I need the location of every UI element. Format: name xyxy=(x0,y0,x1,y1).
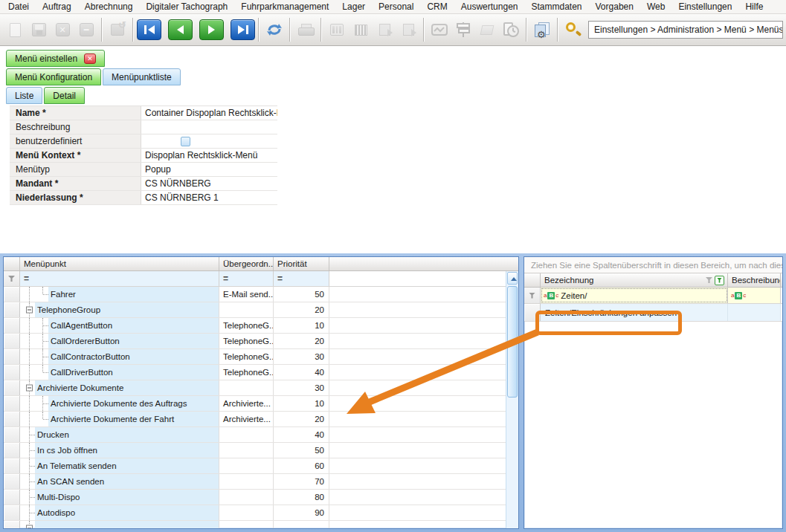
cell-uebergeordnet[interactable]: Archivierte... xyxy=(219,412,274,426)
column-header-bezeichnung[interactable]: Bezeichnung xyxy=(541,273,728,287)
tab-menue-konfiguration[interactable]: Menü Konfiguration xyxy=(6,68,101,85)
revert-image-button[interactable] xyxy=(106,18,129,42)
cell-menuepunkt[interactable]: CallAgentButton xyxy=(20,318,219,333)
menu-tree-row[interactable]: Autodispo 90 xyxy=(4,505,518,521)
active-filter-icon[interactable] xyxy=(715,276,724,285)
menu-tree-row[interactable]: Fahrer E-Mail send... 50 xyxy=(4,287,518,302)
delete-button[interactable]: ✕ xyxy=(51,18,74,42)
cell-menuepunkt[interactable]: Fahrer xyxy=(20,287,219,302)
send-document-button[interactable] xyxy=(373,18,396,42)
cell-uebergeordnet[interactable]: TelephoneG... xyxy=(219,334,274,348)
cell-prioritaet[interactable]: 30 xyxy=(274,380,329,395)
filter-cell-menuepunkt[interactable]: = xyxy=(20,271,219,286)
cell-menuepunkt[interactable]: In cs Job öffnen xyxy=(20,443,219,458)
column-header-menuepunkt[interactable]: Menüpunkt xyxy=(20,257,219,270)
menu-tree-row[interactable]: In cs Job öffnen 50 xyxy=(4,443,518,458)
cell-prioritaet[interactable]: 40 xyxy=(274,365,329,380)
menu-item[interactable]: Hilfe xyxy=(738,0,770,13)
cell-uebergeordnet[interactable]: TelephoneG... xyxy=(219,349,274,364)
cell-uebergeordnet[interactable]: E-Mail send... xyxy=(219,287,274,302)
menu-tree-row[interactable]: CallContractorButton TelephoneG... 30 xyxy=(4,349,518,365)
save-button[interactable] xyxy=(27,18,51,42)
filter-cell-uebergeordnet[interactable]: = xyxy=(219,271,274,286)
cell-uebergeordnet[interactable] xyxy=(219,490,274,505)
tree-collapse-icon[interactable] xyxy=(26,385,33,392)
cell-prioritaet[interactable]: 30 xyxy=(274,349,329,364)
cell-menuepunkt[interactable]: Archivierte Dokumente des Auftrags xyxy=(20,396,219,411)
cell-menuepunkt[interactable]: TelephoneGroup xyxy=(20,302,219,317)
column-header-uebergeordnet[interactable]: Übergeordn... xyxy=(219,257,274,270)
menu-item[interactable]: Auswertungen xyxy=(454,0,525,13)
cell-uebergeordnet[interactable] xyxy=(219,474,274,489)
time-log-button[interactable] xyxy=(499,18,523,42)
menu-tree-row[interactable]: An SCAN senden 70 xyxy=(4,474,518,490)
last-record-button[interactable] xyxy=(231,19,255,40)
cell-menuepunkt[interactable]: CallDriverButton xyxy=(20,365,219,380)
archive-binder-button[interactable] xyxy=(325,18,349,42)
cell-prioritaet[interactable]: 20 xyxy=(274,334,329,348)
form-field-value[interactable] xyxy=(141,120,277,134)
menu-tree-row[interactable]: An Telematik senden 60 xyxy=(4,458,518,474)
menu-item[interactable]: Fuhrparkmanagement xyxy=(234,0,335,13)
menu-tree-row[interactable]: TelephoneGroup 20 xyxy=(4,302,518,318)
cell-prioritaet[interactable]: 70 xyxy=(274,474,329,489)
cell-uebergeordnet[interactable]: TelephoneG... xyxy=(219,318,274,333)
cell-beschreibung[interactable] xyxy=(728,304,781,321)
cell-prioritaet[interactable]: 20 xyxy=(274,412,329,426)
cell-menuepunkt[interactable]: CallOrdererButton xyxy=(20,334,219,348)
menu-tree-row[interactable]: CallOrdererButton TelephoneG... 20 xyxy=(4,334,518,349)
menu-item[interactable]: Auftrag xyxy=(36,0,78,13)
cell-prioritaet[interactable]: 10 xyxy=(274,396,329,411)
form-field-value[interactable]: CS NÜRNBERG xyxy=(141,177,277,190)
cell-uebergeordnet[interactable] xyxy=(219,302,274,317)
menu-item[interactable]: Digitaler Tachograph xyxy=(139,0,234,13)
cell-menuepunkt[interactable]: An SCAN senden xyxy=(20,474,219,489)
menu-item[interactable]: Stammdaten xyxy=(524,0,588,13)
close-tab-icon[interactable]: ✕ xyxy=(84,53,96,64)
filter-cell-prioritaet[interactable]: = xyxy=(274,271,329,286)
cell-prioritaet[interactable]: 50 xyxy=(274,287,329,302)
cell-uebergeordnet[interactable] xyxy=(219,458,274,473)
filter-cell-bezeichnung[interactable]: aBc Zeiten/ xyxy=(541,288,728,303)
first-record-button[interactable] xyxy=(137,19,161,40)
menu-tree-row[interactable]: Multi-Dispo 80 xyxy=(4,490,518,505)
cell-uebergeordnet[interactable] xyxy=(219,443,274,458)
print-button[interactable] xyxy=(294,18,318,42)
next-record-button[interactable] xyxy=(199,19,224,40)
cell-uebergeordnet[interactable] xyxy=(219,380,274,395)
cell-menuepunkt[interactable]: Multi-Dispo xyxy=(20,490,219,505)
tree-collapse-icon[interactable] xyxy=(26,525,33,529)
filter-funnel-icon[interactable] xyxy=(706,277,712,283)
cell-prioritaet[interactable]: 90 xyxy=(274,505,329,520)
form-field-value[interactable] xyxy=(141,134,277,148)
form-field-value[interactable]: Popup xyxy=(141,163,277,176)
new-document-button[interactable] xyxy=(3,18,27,42)
menu-item[interactable]: Datei xyxy=(1,0,36,13)
menu-item[interactable]: CRM xyxy=(420,0,454,13)
menu-tree-row[interactable]: Archivierte Dokumente der Fahrt Archivie… xyxy=(4,412,518,427)
cell-uebergeordnet[interactable] xyxy=(219,427,274,442)
form-field-value[interactable]: Dispoplan Rechtsklick-Menü xyxy=(141,149,277,162)
menu-tree-row[interactable]: Archivierte Dokumente 30 xyxy=(4,380,518,396)
cell-menuepunkt[interactable]: Drucken xyxy=(20,427,219,442)
menu-item[interactable]: Personal xyxy=(372,0,420,13)
cell-menuepunkt[interactable]: Archivierte Dokumente xyxy=(20,380,219,395)
tab-menue-einstellen[interactable]: Menü einstellen ✕ xyxy=(6,50,105,67)
menu-item[interactable]: Vorgaben xyxy=(589,0,640,13)
cell-prioritaet[interactable] xyxy=(274,521,329,528)
refresh-button[interactable] xyxy=(262,18,286,42)
menu-item[interactable]: Web xyxy=(640,0,671,13)
print-export-button[interactable] xyxy=(396,18,420,42)
tab-liste[interactable]: Liste xyxy=(6,87,42,104)
blank-sheet-button[interactable] xyxy=(475,18,499,42)
cell-menuepunkt[interactable]: Archivierte Dokumente der Fahrt xyxy=(20,412,219,426)
menu-item[interactable]: Einstellungen xyxy=(671,0,738,13)
tab-detail[interactable]: Detail xyxy=(44,87,85,104)
cell-uebergeordnet[interactable] xyxy=(219,505,274,520)
cell-prioritaet[interactable]: 10 xyxy=(274,318,329,333)
cell-prioritaet[interactable]: 20 xyxy=(274,302,329,317)
vertical-scrollbar[interactable] xyxy=(506,271,518,528)
settings-copy-button[interactable]: ⚙ xyxy=(530,18,554,42)
cell-prioritaet[interactable]: 50 xyxy=(274,443,329,458)
cell-prioritaet[interactable]: 60 xyxy=(274,458,329,473)
